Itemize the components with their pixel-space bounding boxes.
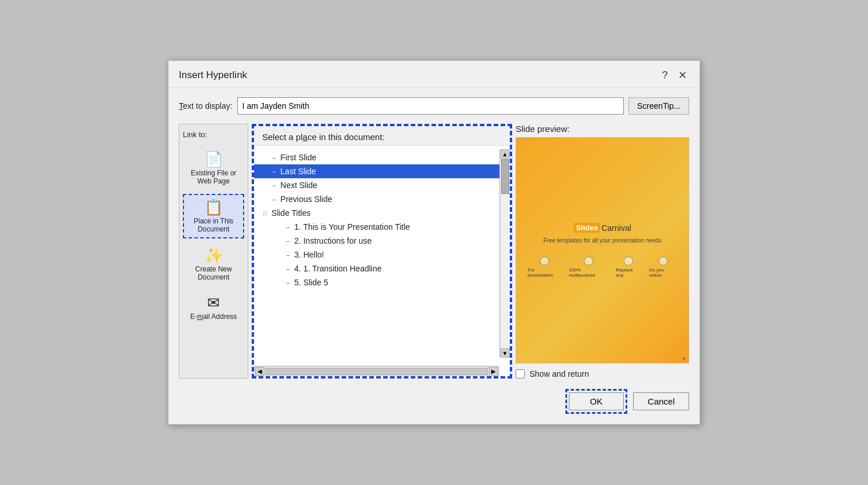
text-to-display-label: Text to display:: [179, 101, 233, 111]
sidebar-item-place-label: Place in ThisDocument: [194, 217, 233, 234]
sidebar-item-email[interactable]: ✉ E-mail Address: [183, 289, 244, 325]
dialog-body: Text to display: ScreenTip... Link to: 📄…: [168, 88, 700, 424]
slide-tagline: Free templates for all your presentation…: [543, 237, 661, 244]
list-item-first[interactable]: – First Slide: [254, 150, 499, 164]
icon-label-2: 100% multipurpose: [569, 267, 608, 278]
slide-preview-box: Slides Carnival Free templates for all y…: [516, 137, 689, 363]
list-item-s3-label: 3. Hello!: [295, 250, 324, 259]
list-item-next-label: Next Slide: [281, 181, 318, 190]
show-return-label: Show and return: [529, 369, 589, 379]
icon-label-3: Replace any: [616, 267, 641, 278]
list-item-s3[interactable]: – 3. Hello!: [254, 248, 499, 262]
bullet-s4: –: [286, 266, 290, 272]
horizontal-scrollbar[interactable]: ◀ ▶: [254, 366, 499, 376]
slide-icons-row: For presentation 100% multipurpose Repla…: [528, 256, 677, 278]
email-icon: ✉: [207, 295, 220, 310]
insert-hyperlink-dialog: Insert Hyperlink ? ✕ Text to display: Sc…: [168, 60, 700, 425]
list-item-s4-label: 4. 1. Transition Headline: [295, 264, 382, 273]
slide-list[interactable]: – First Slide – Last Slide – Next Slide …: [254, 146, 510, 376]
sidebar-item-new-label: Create NewDocument: [195, 265, 231, 282]
bullet-s5: –: [286, 280, 290, 286]
sidebar-item-new[interactable]: ✨ Create NewDocument: [183, 242, 244, 286]
icon-label-1: For presentation: [528, 267, 561, 278]
list-item-titles[interactable]: □ Slide Titles: [254, 206, 499, 220]
icon-circle-1: [540, 256, 549, 266]
bullet-s3: –: [286, 252, 290, 258]
list-item-last-label: Last Slide: [281, 167, 316, 176]
slide-brand: Slides Carnival: [573, 223, 631, 233]
text-to-display-input[interactable]: [237, 97, 624, 115]
text-to-display-row: Text to display: ScreenTip...: [179, 97, 689, 115]
dialog-footer: OK Cancel: [179, 389, 689, 414]
list-item-prev[interactable]: – Previous Slide: [254, 192, 499, 206]
bullet-first: –: [273, 155, 276, 161]
list-item-titles-label: Slide Titles: [271, 208, 311, 218]
icon-circle-2: [584, 256, 593, 266]
scroll-down-button[interactable]: ▼: [501, 348, 510, 358]
slide-preview-inner: Slides Carnival Free templates for all y…: [516, 138, 689, 363]
show-return-row: Show and return: [516, 369, 689, 379]
icon-circle-3: [624, 256, 633, 266]
slide-preview-label: Slide preview:: [516, 124, 689, 134]
scroll-left-button[interactable]: ◀: [255, 367, 264, 376]
brand-slides-label: Slides: [573, 223, 600, 233]
list-item-prev-label: Previous Slide: [281, 194, 333, 204]
screentip-button[interactable]: ScreenTip...: [628, 97, 689, 115]
close-button[interactable]: ✕: [676, 69, 689, 82]
dialog-title: Insert Hyperlink: [179, 69, 247, 81]
document-list-area: Select a place in this document: – First…: [252, 124, 512, 379]
title-bar: Insert Hyperlink ? ✕: [168, 61, 700, 88]
bullet-titles: □: [263, 210, 267, 216]
link-to-sidebar: Link to: 📄 Existing File orWeb Page 📋 Pl…: [179, 124, 248, 379]
create-new-icon: ✨: [204, 248, 223, 263]
cancel-button[interactable]: Cancel: [633, 392, 689, 410]
sidebar-item-place[interactable]: 📋 Place in ThisDocument: [183, 194, 244, 238]
list-item-last[interactable]: – Last Slide: [254, 164, 499, 178]
sidebar-item-email-label: E-mail Address: [190, 313, 237, 321]
show-return-checkbox[interactable]: [516, 369, 525, 379]
bullet-s1: –: [286, 224, 290, 230]
list-item-s2[interactable]: – 2. Instructions for use: [254, 234, 499, 248]
vertical-scrollbar[interactable]: ▲ ▼: [499, 149, 510, 358]
help-button[interactable]: ?: [660, 69, 670, 82]
list-item-next[interactable]: – Next Slide: [254, 178, 499, 192]
icon-label-4: Do you notice: [649, 267, 677, 278]
scroll-right-button[interactable]: ▶: [489, 367, 498, 376]
scroll-thumb[interactable]: [501, 159, 509, 194]
sidebar-item-existing[interactable]: 📄 Existing File orWeb Page: [183, 146, 244, 190]
list-item-s2-label: 2. Instructions for use: [295, 236, 372, 245]
slide-icon-2: 100% multipurpose: [569, 256, 608, 278]
link-to-label: Link to:: [183, 130, 207, 139]
bullet-last: –: [273, 168, 276, 175]
bullet-next: –: [273, 182, 276, 189]
right-area: Slide preview: Slides Carnival Free temp…: [516, 124, 689, 379]
title-bar-controls: ? ✕: [660, 69, 689, 82]
bullet-prev: –: [273, 196, 276, 203]
ok-button[interactable]: OK: [569, 392, 624, 410]
icon-circle-4: [659, 256, 668, 266]
main-area: Link to: 📄 Existing File orWeb Page 📋 Pl…: [179, 124, 689, 379]
slide-icon-3: Replace any: [616, 256, 641, 278]
select-place-label: Select a place in this document:: [254, 126, 510, 146]
place-in-document-icon: 📋: [204, 200, 223, 215]
sidebar-item-existing-label: Existing File orWeb Page: [191, 169, 237, 186]
list-item-s4[interactable]: – 4. 1. Transition Headline: [254, 262, 499, 275]
list-item-s5[interactable]: – 5. Slide 5: [254, 275, 499, 289]
ok-button-wrap: OK: [565, 389, 628, 414]
existing-file-icon: 📄: [204, 152, 223, 167]
brand-carnival-label: Carnival: [601, 223, 631, 233]
scroll-track[interactable]: [501, 159, 510, 348]
slide-corner-text: ⬙: [682, 356, 685, 361]
list-item-s1-label: 1. This is Your Presentation Title: [295, 222, 410, 232]
bullet-s2: –: [286, 238, 290, 244]
hscroll-track[interactable]: [266, 368, 488, 375]
list-item-s5-label: 5. Slide 5: [295, 278, 328, 287]
slide-icon-1: For presentation: [528, 256, 561, 278]
list-item-first-label: First Slide: [281, 153, 317, 162]
list-item-s1[interactable]: – 1. This is Your Presentation Title: [254, 220, 499, 234]
slide-icon-4: Do you notice: [649, 256, 677, 278]
scroll-up-button[interactable]: ▲: [501, 149, 510, 159]
